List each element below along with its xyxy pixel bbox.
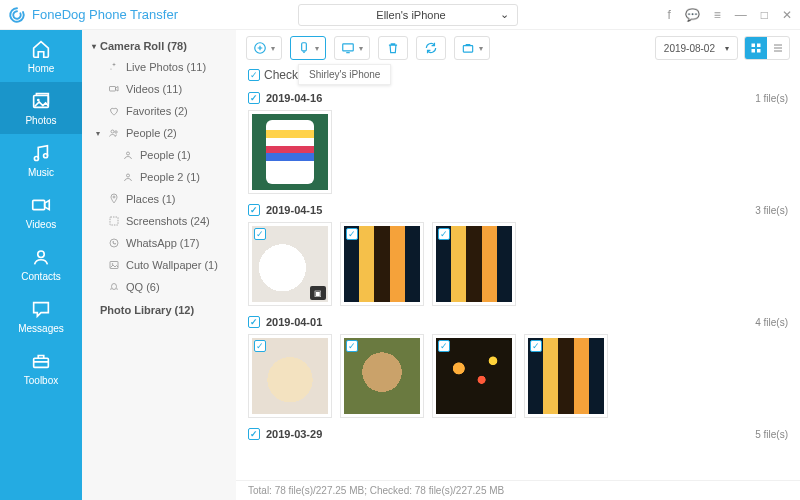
group-count: 5 file(s)	[755, 429, 788, 440]
video-badge-icon: ▣	[310, 286, 326, 300]
group-header[interactable]: ✓2019-04-153 file(s)	[248, 204, 788, 216]
maximize-icon[interactable]: □	[761, 8, 768, 22]
close-icon[interactable]: ✕	[782, 8, 792, 22]
side-label: People (2)	[126, 127, 177, 139]
svg-point-14	[110, 239, 118, 247]
svg-point-12	[113, 196, 115, 198]
device-selector[interactable]: Ellen's iPhone ⌄	[298, 4, 518, 26]
photo-group: ✓2019-04-014 file(s)✓✓✓✓	[248, 316, 788, 418]
thumb-checkbox[interactable]: ✓	[438, 340, 450, 352]
side-item-7[interactable]: Screenshots (24)	[86, 210, 232, 232]
nav-toolbox[interactable]: Toolbox	[0, 342, 82, 394]
minimize-icon[interactable]: —	[735, 8, 747, 22]
photo-library-header[interactable]: Photo Library (12)	[86, 298, 232, 322]
title-bar: FoneDog Phone Transfer Ellen's iPhone ⌄ …	[0, 0, 800, 30]
facebook-icon[interactable]: f	[667, 8, 670, 22]
group-header[interactable]: ✓2019-03-295 file(s)	[248, 428, 788, 440]
photo-thumb[interactable]: ✓▣	[248, 222, 332, 306]
home-icon	[30, 38, 52, 60]
thumb-checkbox[interactable]: ✓	[346, 228, 358, 240]
photo-thumb[interactable]: ✓	[432, 222, 516, 306]
svg-rect-22	[752, 44, 756, 48]
camera-roll-header[interactable]: ▾Camera Roll (78)	[86, 36, 232, 56]
svg-point-9	[115, 131, 117, 133]
date-picker[interactable]: 2019-08-02 ▾	[655, 36, 738, 60]
to-device-button[interactable]: ▾	[290, 36, 326, 60]
whatsapp-icon	[108, 237, 120, 249]
group-header[interactable]: ✓2019-04-014 file(s)	[248, 316, 788, 328]
check-all-checkbox[interactable]: ✓	[248, 69, 260, 81]
group-checkbox[interactable]: ✓	[248, 316, 260, 328]
photo-thumb[interactable]: ✓	[248, 110, 332, 194]
grid-view-button[interactable]	[745, 37, 767, 59]
add-button[interactable]: ▾	[246, 36, 282, 60]
side-item-8[interactable]: WhatsApp (17)	[86, 232, 232, 254]
device-name: Ellen's iPhone	[376, 9, 445, 21]
nav-home[interactable]: Home	[0, 30, 82, 82]
side-item-4[interactable]: People (1)	[86, 144, 232, 166]
side-label: Places (1)	[126, 193, 176, 205]
photo-thumb[interactable]: ✓	[340, 334, 424, 418]
group-checkbox[interactable]: ✓	[248, 204, 260, 216]
thumb-checkbox[interactable]: ✓	[254, 228, 266, 240]
group-checkbox[interactable]: ✓	[248, 428, 260, 440]
logo-icon	[8, 6, 26, 24]
nav-label: Toolbox	[24, 375, 58, 386]
nav-music[interactable]: Music	[0, 134, 82, 186]
thumb-checkbox[interactable]: ✓	[346, 340, 358, 352]
side-item-5[interactable]: People 2 (1)	[86, 166, 232, 188]
nav-label: Videos	[26, 219, 56, 230]
side-item-0[interactable]: Live Photos (11)	[86, 56, 232, 78]
thumb-row: ✓	[248, 110, 788, 194]
svg-rect-20	[343, 44, 354, 51]
camera-roll-label: Camera Roll (78)	[100, 40, 187, 52]
thumb-checkbox[interactable]: ✓	[438, 228, 450, 240]
svg-rect-24	[752, 49, 756, 53]
status-bar: Total: 78 file(s)/227.25 MB; Checked: 78…	[236, 480, 800, 500]
heart-icon	[108, 105, 120, 117]
side-item-9[interactable]: Cuto Wallpaper (1)	[86, 254, 232, 276]
nav-messages[interactable]: Messages	[0, 290, 82, 342]
nav-videos[interactable]: Videos	[0, 186, 82, 238]
delete-button[interactable]	[378, 36, 408, 60]
image-icon	[108, 259, 120, 271]
side-item-6[interactable]: Places (1)	[86, 188, 232, 210]
photo-thumb[interactable]: ✓	[524, 334, 608, 418]
side-item-3[interactable]: ▾People (2)	[86, 122, 232, 144]
photo-thumb[interactable]: ✓	[432, 334, 516, 418]
svg-rect-4	[33, 200, 45, 209]
thumb-row: ✓▣✓✓	[248, 222, 788, 306]
list-view-button[interactable]	[767, 37, 789, 59]
svg-rect-7	[110, 87, 116, 92]
svg-rect-15	[110, 262, 118, 269]
side-item-1[interactable]: Videos (11)	[86, 78, 232, 100]
group-checkbox[interactable]: ✓	[248, 92, 260, 104]
main-pane: ▾ ▾ ▾ ▾ Shirley's iPhone	[236, 30, 800, 500]
photo-thumb[interactable]: ✓	[340, 222, 424, 306]
triangle-down-icon: ▾	[96, 129, 100, 138]
nav-contacts[interactable]: Contacts	[0, 238, 82, 290]
refresh-button[interactable]	[416, 36, 446, 60]
side-item-10[interactable]: QQ (6)	[86, 276, 232, 298]
side-item-2[interactable]: Favorites (2)	[86, 100, 232, 122]
qq-icon	[108, 281, 120, 293]
group-date: 2019-04-16	[266, 92, 322, 104]
feedback-icon[interactable]: 💬	[685, 8, 700, 22]
date-value: 2019-08-02	[664, 43, 715, 54]
thumb-image	[252, 114, 328, 190]
group-date: 2019-03-29	[266, 428, 322, 440]
svg-point-2	[34, 156, 38, 160]
thumb-checkbox[interactable]: ✓	[530, 340, 542, 352]
nav-photos[interactable]: Photos	[0, 82, 82, 134]
more-button[interactable]: ▾	[454, 36, 490, 60]
side-label: People 2 (1)	[140, 171, 200, 183]
thumb-checkbox[interactable]: ✓	[254, 340, 266, 352]
to-pc-button[interactable]: ▾	[334, 36, 370, 60]
screenshot-icon	[108, 215, 120, 227]
group-header[interactable]: ✓2019-04-161 file(s)	[248, 92, 788, 104]
photo-thumb[interactable]: ✓	[248, 334, 332, 418]
group-date: 2019-04-15	[266, 204, 322, 216]
menu-icon[interactable]: ≡	[714, 8, 721, 22]
contacts-icon	[30, 246, 52, 268]
nav-label: Contacts	[21, 271, 60, 282]
